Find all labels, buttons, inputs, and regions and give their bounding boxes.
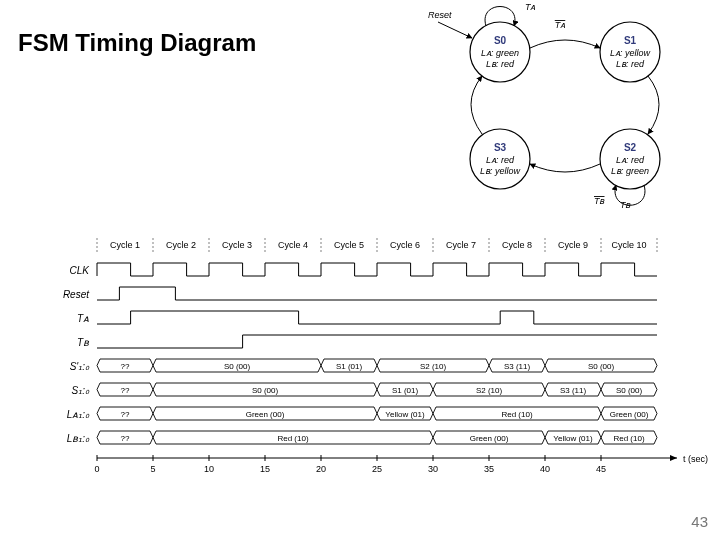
state-s1-l1: Lᴀ: yellow <box>610 48 651 58</box>
state-s1-name: S1 <box>624 35 637 46</box>
signal-wave <box>97 287 657 300</box>
state-s1-l2: Lʙ: red <box>616 59 645 69</box>
timing-diagram: Cycle 1Cycle 2Cycle 3Cycle 4Cycle 5Cycle… <box>35 238 695 504</box>
bus-value: ?? <box>121 386 130 395</box>
cycle-label: Cycle 10 <box>611 240 646 250</box>
cycle-label: Cycle 4 <box>278 240 308 250</box>
bus-value: S3 (11) <box>560 386 587 395</box>
cycle-label: Cycle 1 <box>110 240 140 250</box>
bus-value: S2 (10) <box>420 362 447 371</box>
signal-label: Tᴀ <box>77 313 89 324</box>
cycle-label: Cycle 7 <box>446 240 476 250</box>
state-s2-l1: Lᴀ: red <box>616 155 645 165</box>
axis-label: t (sec) <box>683 454 708 464</box>
state-s0-l1: Lᴀ: green <box>481 48 519 58</box>
bus-value: Green (00) <box>246 410 285 419</box>
cycle-label: Cycle 2 <box>166 240 196 250</box>
bus-value: S2 (10) <box>476 386 503 395</box>
cycle-label: Cycle 3 <box>222 240 252 250</box>
tick-label: 45 <box>596 464 606 474</box>
tick-label: 0 <box>94 464 99 474</box>
signal-label: Tʙ <box>77 337 90 348</box>
bus-value: S3 (11) <box>504 362 531 371</box>
bus-value: Green (00) <box>470 434 509 443</box>
tick-label: 20 <box>316 464 326 474</box>
bus-value: S0 (00) <box>616 386 643 395</box>
slide: FSM Timing Diagram 43 S0 Lᴀ: green Lʙ: r… <box>0 0 720 540</box>
state-s3-l2: Lʙ: yellow <box>480 166 521 176</box>
cycle-label: Cycle 9 <box>558 240 588 250</box>
bus-value: ?? <box>121 362 130 371</box>
tick-label: 15 <box>260 464 270 474</box>
state-s3-name: S3 <box>494 142 507 153</box>
signal-label: S₁:₀ <box>72 385 90 396</box>
signal-label: Lʙ₁:₀ <box>67 433 90 444</box>
bus-value: Red (10) <box>613 434 644 443</box>
tick-label: 30 <box>428 464 438 474</box>
state-s0-l2: Lʙ: red <box>486 59 515 69</box>
signal-wave <box>97 335 657 348</box>
bus-value: Green (00) <box>610 410 649 419</box>
tick-label: 10 <box>204 464 214 474</box>
page-title: FSM Timing Diagram <box>18 30 256 56</box>
state-s2-l2: Lʙ: green <box>611 166 649 176</box>
signal-label: S'₁:₀ <box>70 361 90 372</box>
bus-value: S0 (00) <box>224 362 251 371</box>
clk-wave <box>97 263 657 276</box>
bus-value: Red (10) <box>501 410 532 419</box>
s0-s1-lbl: Tᴀ <box>555 20 566 30</box>
s2-loop-lbl: Tʙ <box>620 200 631 210</box>
bus-value: Yellow (01) <box>553 434 593 443</box>
cycle-label: Cycle 6 <box>390 240 420 250</box>
signal-label: Reset <box>63 289 90 300</box>
state-s2-name: S2 <box>624 142 637 153</box>
s0-loop-lbl: Tᴀ <box>525 2 536 12</box>
bus-value: ?? <box>121 434 130 443</box>
bus-value: ?? <box>121 410 130 419</box>
tick-label: 40 <box>540 464 550 474</box>
cycle-label: Cycle 5 <box>334 240 364 250</box>
fsm-state-diagram: S0 Lᴀ: green Lʙ: red S1 Lᴀ: yellow Lʙ: r… <box>430 4 710 204</box>
bus-value: S0 (00) <box>252 386 279 395</box>
s2-s3-lbl: Tʙ <box>594 196 605 206</box>
tick-label: 25 <box>372 464 382 474</box>
state-s3-l1: Lᴀ: red <box>486 155 515 165</box>
signal-label: CLK <box>70 265 91 276</box>
bus-value: Yellow (01) <box>385 410 425 419</box>
tick-label: 5 <box>150 464 155 474</box>
cycle-label: Cycle 8 <box>502 240 532 250</box>
signal-label: Lᴀ₁:₀ <box>67 409 90 420</box>
signal-wave <box>97 311 657 324</box>
bus-value: S1 (01) <box>392 386 419 395</box>
reset-label: Reset <box>428 10 452 20</box>
bus-value: S0 (00) <box>588 362 615 371</box>
bus-value: S1 (01) <box>336 362 363 371</box>
page-number: 43 <box>691 513 708 530</box>
state-s0-name: S0 <box>494 35 507 46</box>
tick-label: 35 <box>484 464 494 474</box>
bus-value: Red (10) <box>277 434 308 443</box>
axis-arrow-icon <box>670 455 677 461</box>
